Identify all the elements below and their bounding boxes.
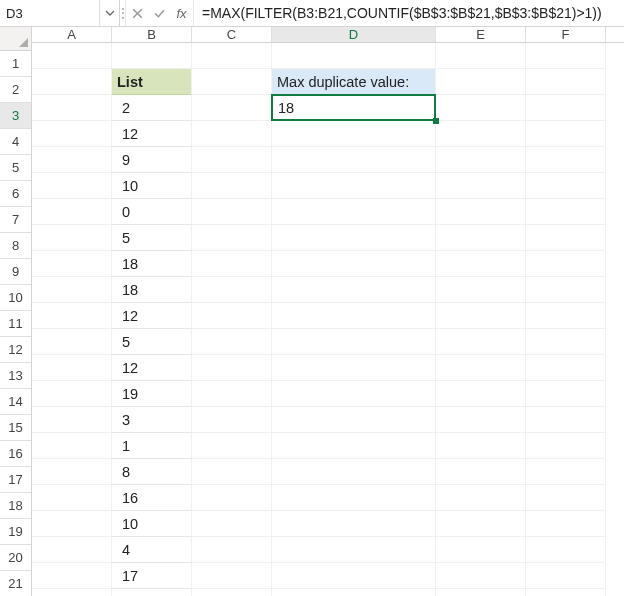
formula-bar: D3 ⋮ fx =MAX(FILTER(B3:B21,COUNTIF($B$3:… [0,0,624,27]
column-header[interactable]: F [526,27,606,42]
list-item[interactable]: 18 [112,251,192,277]
row-header[interactable]: 2 [0,77,31,103]
result-cell[interactable]: 18 [272,95,436,121]
check-icon [153,7,166,20]
list-item[interactable]: 19 [112,381,192,407]
row-header[interactable]: 6 [0,181,31,207]
list-item[interactable]: 16 [112,485,192,511]
list-item[interactable]: 12 [112,355,192,381]
list-item[interactable]: 12 [112,303,192,329]
row-header[interactable]: 16 [0,441,31,467]
row-header[interactable]: 13 [0,363,31,389]
x-icon [131,7,144,20]
column-header[interactable]: D [272,27,436,42]
cancel-formula-button[interactable] [126,0,148,26]
row-header[interactable]: 8 [0,233,31,259]
list-item[interactable]: 0 [112,199,192,225]
column-headers: A B C D E F [32,27,624,43]
row-header[interactable]: 12 [0,337,31,363]
list-item[interactable]: 1 [112,433,192,459]
row-header[interactable]: 3 [0,103,31,129]
name-box-wrap: D3 [0,0,120,26]
chevron-down-icon [105,8,115,18]
row-header[interactable]: 14 [0,389,31,415]
result-label-cell[interactable]: Max duplicate value: [272,69,436,95]
column-header[interactable]: A [32,27,112,42]
row-header[interactable]: 19 [0,519,31,545]
formula-input[interactable]: =MAX(FILTER(B3:B21,COUNTIF($B$3:$B$21,$B… [194,0,624,26]
list-item[interactable]: 17 [112,563,192,589]
list-item[interactable]: 5 [112,225,192,251]
column-header[interactable]: E [436,27,526,42]
row-header[interactable]: 5 [0,155,31,181]
cells-area[interactable]: ListMax duplicate value: 218 12 9 10 0 5… [32,43,624,596]
list-item[interactable]: 18 [112,277,192,303]
name-box[interactable]: D3 [0,0,99,26]
row-header[interactable]: 9 [0,259,31,285]
spreadsheet-grid: 1 2 3 4 5 6 7 8 9 10 11 12 13 14 15 16 1… [0,27,624,596]
row-header[interactable]: 20 [0,545,31,571]
column-header[interactable]: B [112,27,192,42]
insert-function-button[interactable]: fx [170,0,194,26]
column-header[interactable]: C [192,27,272,42]
list-item[interactable]: 8 [112,459,192,485]
list-item[interactable]: 12 [112,121,192,147]
list-item[interactable]: 9 [112,147,192,173]
list-header-cell[interactable]: List [112,69,192,95]
list-item[interactable]: 10 [112,511,192,537]
list-item[interactable]: 5 [112,329,192,355]
row-header[interactable]: 10 [0,285,31,311]
row-header[interactable]: 11 [0,311,31,337]
list-item[interactable]: 2 [112,95,192,121]
select-all-corner[interactable] [0,27,31,51]
row-header[interactable]: 4 [0,129,31,155]
row-header[interactable]: 1 [0,51,31,77]
row-header[interactable]: 17 [0,467,31,493]
list-item[interactable]: 3 [112,407,192,433]
row-header[interactable]: 21 [0,571,31,596]
accept-formula-button[interactable] [148,0,170,26]
row-header[interactable]: 15 [0,415,31,441]
row-header[interactable]: 18 [0,493,31,519]
list-item[interactable]: 4 [112,537,192,563]
grid-body: A B C D E F ListMax duplicate value: 218… [32,27,624,596]
list-item[interactable]: 10 [112,173,192,199]
row-header[interactable]: 7 [0,207,31,233]
row-headers: 1 2 3 4 5 6 7 8 9 10 11 12 13 14 15 16 1… [0,27,32,596]
